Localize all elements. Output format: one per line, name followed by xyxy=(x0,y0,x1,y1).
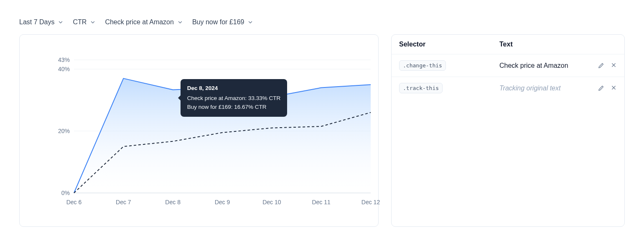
chart-plot-area[interactable]: Dec 8, 2024 Check price at Amazon: 33.33… xyxy=(74,60,371,193)
chevron-down-icon xyxy=(247,19,253,25)
x-axis-tick: Dec 8 xyxy=(165,199,181,205)
filters-bar: Last 7 Days CTR Check price at Amazon Bu… xyxy=(19,18,625,26)
table-row: .change-this Check price at Amazon xyxy=(392,54,624,77)
filter-date-range-label: Last 7 Days xyxy=(19,18,54,26)
col-text-header: Text xyxy=(499,41,588,48)
chevron-down-icon xyxy=(58,19,64,25)
close-icon[interactable] xyxy=(611,85,617,92)
selector-chip: .track-this xyxy=(399,83,443,93)
y-axis-tick: 20% xyxy=(49,128,70,134)
x-axis-tick: Dec 6 xyxy=(66,199,82,205)
edit-icon[interactable] xyxy=(598,62,605,69)
selectors-table: Selector Text .change-this Check price a… xyxy=(391,34,625,227)
close-icon[interactable] xyxy=(611,62,617,69)
filter-metric[interactable]: CTR xyxy=(73,18,96,26)
x-axis-tick: Dec 11 xyxy=(312,199,330,205)
y-axis-tick: 43% xyxy=(49,56,70,63)
y-axis-tick: 0% xyxy=(49,190,70,196)
filter-variant-b[interactable]: Buy now for £169 xyxy=(192,18,254,26)
edit-icon[interactable] xyxy=(598,85,605,92)
col-selector-header: Selector xyxy=(399,41,495,48)
row-text: Tracking original text xyxy=(499,85,588,92)
filter-variant-b-label: Buy now for £169 xyxy=(192,18,244,26)
chevron-down-icon xyxy=(90,19,96,25)
filter-metric-label: CTR xyxy=(73,18,87,26)
filter-date-range[interactable]: Last 7 Days xyxy=(19,18,64,26)
selector-chip: .change-this xyxy=(399,60,446,71)
x-axis-tick: Dec 7 xyxy=(116,199,131,205)
chevron-down-icon xyxy=(177,19,183,25)
row-text: Check price at Amazon xyxy=(499,62,588,69)
table-row: .track-this Tracking original text xyxy=(392,77,624,99)
table-header: Selector Text xyxy=(392,35,624,54)
filter-variant-a[interactable]: Check price at Amazon xyxy=(105,18,183,26)
x-axis-tick: Dec 10 xyxy=(262,199,281,205)
x-axis-tick: Dec 9 xyxy=(215,199,230,205)
chart-card: Dec 8, 2024 Check price at Amazon: 33.33… xyxy=(19,34,379,227)
filter-variant-a-label: Check price at Amazon xyxy=(105,18,174,26)
y-axis-tick: 40% xyxy=(49,66,70,72)
x-axis-tick: Dec 12 xyxy=(361,199,380,205)
